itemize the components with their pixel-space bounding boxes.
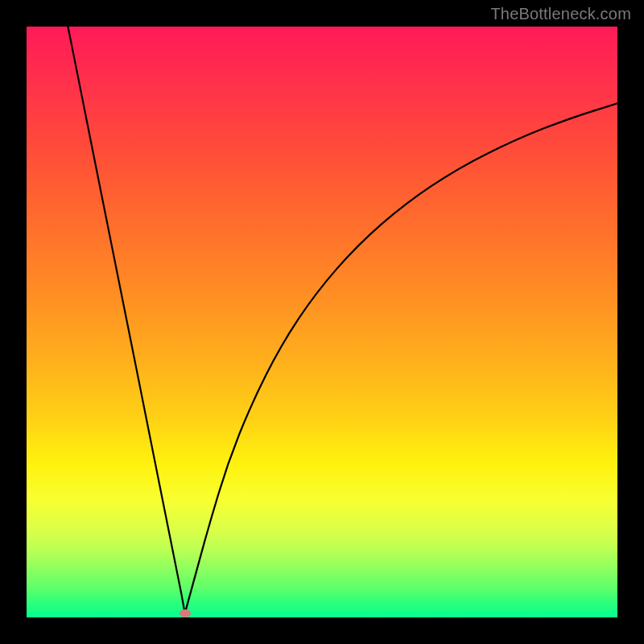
chart-frame: TheBottleneck.com [0, 0, 644, 644]
bottleneck-curve [68, 27, 617, 613]
minimum-dot [180, 609, 191, 617]
watermark-text: TheBottleneck.com [490, 5, 631, 23]
curve-svg [27, 27, 617, 617]
plot-area [27, 27, 617, 617]
